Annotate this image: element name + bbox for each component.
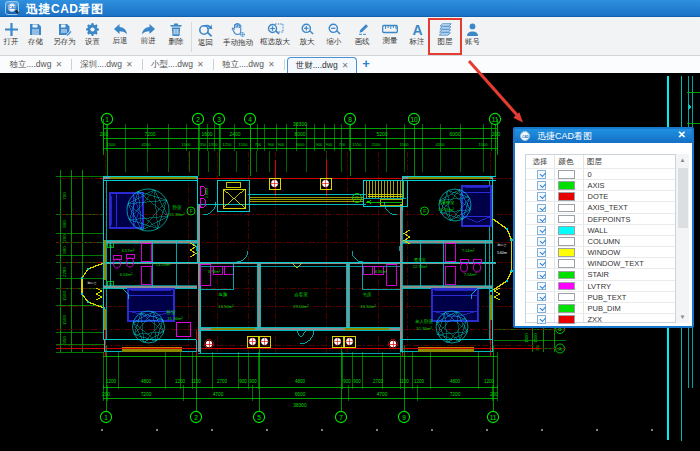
svg-text:更衣室: 更衣室 [414, 257, 426, 262]
svg-text:8: 8 [348, 116, 352, 123]
svg-text:31.36m²: 31.36m² [438, 207, 454, 212]
svg-text:16.54m²: 16.54m² [360, 304, 376, 309]
svg-text:4700: 4700 [213, 392, 224, 397]
svg-text:2700: 2700 [217, 379, 228, 384]
svg-text:900: 900 [316, 142, 323, 147]
svg-text:3000: 3000 [296, 142, 306, 147]
svg-text:200: 200 [492, 131, 501, 137]
svg-text:8.36m²: 8.36m² [375, 269, 388, 274]
svg-text:4800: 4800 [141, 379, 152, 384]
svg-text:1200: 1200 [414, 379, 425, 384]
svg-text:1500: 1500 [479, 142, 489, 147]
svg-text:200: 200 [100, 131, 109, 137]
svg-text:2: 2 [194, 414, 198, 421]
svg-text:7.14m²: 7.14m² [462, 248, 475, 253]
svg-text:2400: 2400 [229, 131, 240, 137]
svg-text:2100: 2100 [372, 142, 382, 147]
svg-text:书房: 书房 [363, 292, 372, 297]
svg-text:儿童卧室: 儿童卧室 [438, 200, 455, 205]
svg-text:10: 10 [410, 116, 418, 123]
svg-text:31.36m²: 31.36m² [169, 212, 185, 217]
svg-text:老人卧室: 老人卧室 [415, 318, 434, 324]
svg-text:4200: 4200 [142, 142, 152, 147]
svg-text:6600: 6600 [295, 392, 306, 397]
svg-text:700: 700 [255, 142, 262, 147]
svg-text:3.93m²: 3.93m² [208, 269, 221, 274]
svg-text:5: 5 [257, 414, 261, 421]
svg-text:G: G [355, 195, 359, 201]
svg-text:950: 950 [62, 336, 67, 344]
svg-text:900: 900 [239, 379, 247, 384]
svg-text:38300: 38300 [293, 403, 307, 408]
svg-text:2280: 2280 [62, 267, 67, 277]
svg-text:6.53m²: 6.53m² [120, 272, 133, 277]
svg-text:1500: 1500 [182, 142, 192, 147]
svg-text:1500: 1500 [400, 142, 410, 147]
svg-text:200: 200 [62, 234, 67, 242]
svg-text:350: 350 [200, 142, 207, 147]
svg-text:2: 2 [196, 116, 200, 123]
svg-text:卧室: 卧室 [167, 309, 177, 315]
svg-text:5.60m: 5.60m [497, 251, 507, 255]
svg-text:9: 9 [402, 414, 406, 421]
svg-text:1500: 1500 [524, 333, 529, 343]
svg-text:1500: 1500 [533, 333, 538, 343]
svg-text:16.54m²: 16.54m² [218, 304, 234, 309]
svg-text:A: A [412, 23, 422, 36]
svg-text:900: 900 [268, 142, 275, 147]
svg-text:31.36m²: 31.36m² [167, 316, 183, 321]
svg-text:4800: 4800 [295, 379, 306, 384]
svg-text:12.73m²: 12.73m² [413, 264, 428, 269]
svg-text:300: 300 [536, 345, 540, 351]
svg-text:700: 700 [62, 192, 67, 200]
svg-text:4800: 4800 [450, 379, 461, 384]
svg-text:1350: 1350 [209, 142, 219, 147]
svg-text:4700: 4700 [377, 392, 388, 397]
svg-text:7200: 7200 [141, 392, 152, 397]
svg-text:电脑: 电脑 [219, 291, 228, 297]
svg-text:卧室: 卧室 [173, 204, 183, 210]
svg-text:1250: 1250 [223, 142, 233, 147]
svg-text:1: 1 [105, 116, 109, 123]
svg-text:900: 900 [62, 220, 67, 228]
svg-text:13.59m²: 13.59m² [156, 262, 171, 267]
svg-text:1200: 1200 [106, 379, 117, 384]
svg-text:900: 900 [353, 379, 361, 384]
svg-text:11: 11 [490, 414, 497, 421]
svg-text:观景台: 观景台 [498, 243, 507, 247]
svg-text:会客室: 会客室 [294, 292, 308, 298]
svg-text:F: F [190, 209, 193, 214]
svg-text:900: 900 [326, 142, 333, 147]
svg-text:38300: 38300 [293, 121, 307, 127]
svg-text:900: 900 [278, 142, 285, 147]
svg-text:1550: 1550 [239, 142, 249, 147]
svg-text:1500: 1500 [62, 315, 67, 325]
svg-text:F: F [423, 209, 426, 214]
svg-text:900: 900 [249, 379, 257, 384]
svg-text:3: 3 [217, 116, 221, 123]
svg-text:1500: 1500 [62, 291, 67, 301]
svg-text:1550: 1550 [353, 142, 363, 147]
svg-text:2.60m: 2.60m [205, 188, 209, 199]
svg-text:4200: 4200 [436, 142, 446, 147]
svg-text:7200: 7200 [450, 392, 461, 397]
svg-text:700: 700 [339, 142, 346, 147]
svg-text:6000: 6000 [449, 131, 460, 137]
svg-text:7.14m²: 7.14m² [464, 272, 477, 277]
svg-text:31.36m²: 31.36m² [416, 326, 432, 331]
svg-text:观景台: 观景台 [88, 281, 97, 285]
svg-text:7200: 7200 [144, 131, 155, 137]
svg-text:1500: 1500 [107, 142, 117, 147]
svg-text:6.57m²: 6.57m² [122, 248, 135, 253]
svg-text:7: 7 [339, 414, 343, 421]
svg-text:900: 900 [343, 379, 351, 384]
svg-text:900: 900 [62, 246, 67, 254]
svg-text:4: 4 [248, 116, 252, 123]
svg-text:1: 1 [104, 414, 108, 421]
svg-text:29.00m³: 29.00m³ [293, 304, 309, 309]
